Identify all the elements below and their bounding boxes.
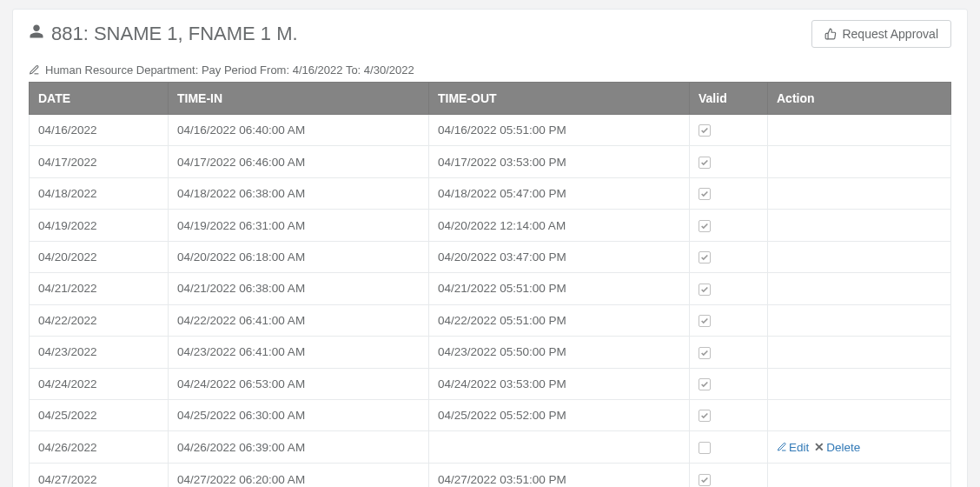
- table-row: 04/18/202204/18/2022 06:38:00 AM04/18/20…: [30, 177, 951, 209]
- cell-time-in: 04/23/2022 06:41:00 AM: [169, 337, 429, 368]
- table-row: 04/27/202204/27/2022 06:20:00 AM04/27/20…: [30, 464, 951, 487]
- cell-time-in: 04/22/2022 06:41:00 AM: [169, 304, 429, 336]
- valid-checkbox: [699, 157, 711, 169]
- edit-link[interactable]: Edit: [789, 441, 809, 454]
- table-row: 04/17/202204/17/2022 06:46:00 AM04/17/20…: [30, 146, 951, 177]
- cell-valid: [690, 210, 768, 241]
- cell-date: 04/21/2022: [30, 273, 169, 304]
- cell-date: 04/19/2022: [30, 210, 169, 241]
- employee-title: 881: SNAME 1, FNAME 1 M.: [29, 23, 298, 45]
- table-row: 04/19/202204/19/2022 06:31:00 AM04/20/20…: [30, 210, 951, 241]
- table-row: 04/16/202204/16/2022 06:40:00 AM04/16/20…: [30, 115, 951, 146]
- cell-time-in: 04/20/2022 06:18:00 AM: [169, 241, 429, 272]
- cell-time-out: [429, 431, 690, 464]
- cell-time-out: 04/22/2022 05:51:00 PM: [429, 304, 690, 336]
- cell-time-in: 04/16/2022 06:40:00 AM: [169, 115, 429, 146]
- table-row: 04/26/202204/26/2022 06:39:00 AMEdit✕Del…: [30, 431, 951, 464]
- valid-checkbox: [699, 378, 711, 390]
- col-header-time-out: TIME-OUT: [429, 83, 690, 115]
- cell-action: [768, 146, 951, 177]
- cell-time-out: 04/16/2022 05:51:00 PM: [429, 115, 690, 146]
- cell-valid: [690, 464, 768, 487]
- cell-action: [768, 464, 951, 487]
- thumbs-up-icon: [824, 28, 837, 40]
- cell-time-out: 04/18/2022 05:47:00 PM: [429, 177, 690, 209]
- cell-date: 04/18/2022: [30, 177, 169, 209]
- cell-date: 04/25/2022: [30, 399, 169, 430]
- cell-valid: [690, 177, 768, 209]
- cell-time-out: 04/25/2022 05:52:00 PM: [429, 399, 690, 430]
- edit-icon: [777, 442, 787, 452]
- cell-action: [768, 368, 951, 399]
- table-row: 04/25/202204/25/2022 06:30:00 AM04/25/20…: [30, 399, 951, 430]
- cell-time-in: 04/19/2022 06:31:00 AM: [169, 210, 429, 241]
- cell-date: 04/16/2022: [30, 115, 169, 146]
- cell-time-out: 04/17/2022 03:53:00 PM: [429, 146, 690, 177]
- cell-time-in: 04/18/2022 06:38:00 AM: [169, 177, 429, 209]
- cell-time-in: 04/26/2022 06:39:00 AM: [169, 431, 429, 464]
- cell-valid: [690, 399, 768, 430]
- cell-action: [768, 273, 951, 304]
- cell-valid: [690, 337, 768, 368]
- cell-date: 04/22/2022: [30, 304, 169, 336]
- table-row: 04/22/202204/22/2022 06:41:00 AM04/22/20…: [30, 304, 951, 336]
- cell-action: [768, 177, 951, 209]
- cell-time-out: 04/27/2022 03:51:00 PM: [429, 464, 690, 487]
- table-row: 04/24/202204/24/2022 06:53:00 AM04/24/20…: [30, 368, 951, 399]
- col-header-valid: Valid: [690, 83, 768, 115]
- cell-valid: [690, 304, 768, 336]
- cell-action: [768, 304, 951, 336]
- col-header-time-in: TIME-IN: [169, 83, 429, 115]
- caption-text: Human Resource Department: Pay Period Fr…: [45, 63, 414, 77]
- table-row: 04/21/202204/21/2022 06:38:00 AM04/21/20…: [30, 273, 951, 304]
- cell-time-out: 04/24/2022 03:53:00 PM: [429, 368, 690, 399]
- valid-checkbox: [699, 442, 711, 454]
- panel-header: 881: SNAME 1, FNAME 1 M. Request Approva…: [13, 10, 967, 58]
- timesheet-table: DATE TIME-IN TIME-OUT Valid Action 04/16…: [29, 82, 951, 487]
- cell-time-out: 04/20/2022 12:14:00 AM: [429, 210, 690, 241]
- cell-action: Edit✕Delete: [768, 431, 951, 464]
- caption-line: Human Resource Department: Pay Period Fr…: [29, 63, 951, 77]
- cell-date: 04/24/2022: [30, 368, 169, 399]
- valid-checkbox: [699, 315, 711, 327]
- employee-title-text: 881: SNAME 1, FNAME 1 M.: [51, 23, 298, 45]
- cell-time-in: 04/17/2022 06:46:00 AM: [169, 146, 429, 177]
- cell-valid: [690, 115, 768, 146]
- cell-time-out: 04/20/2022 03:47:00 PM: [429, 241, 690, 272]
- valid-checkbox: [699, 188, 711, 200]
- cell-valid: [690, 241, 768, 272]
- valid-checkbox: [699, 220, 711, 232]
- request-approval-label: Request Approval: [842, 27, 938, 41]
- cell-time-in: 04/24/2022 06:53:00 AM: [169, 368, 429, 399]
- valid-checkbox: [699, 251, 711, 264]
- valid-checkbox: [699, 410, 711, 422]
- cell-date: 04/20/2022: [30, 241, 169, 272]
- edit-icon: [29, 64, 40, 76]
- cell-action: [768, 337, 951, 368]
- valid-checkbox: [699, 347, 711, 359]
- cell-action: [768, 241, 951, 272]
- request-approval-button[interactable]: Request Approval: [811, 20, 951, 48]
- table-row: 04/20/202204/20/2022 06:18:00 AM04/20/20…: [30, 241, 951, 272]
- cell-time-in: 04/27/2022 06:20:00 AM: [169, 464, 429, 487]
- panel-body: Human Resource Department: Pay Period Fr…: [13, 58, 967, 487]
- col-header-action: Action: [768, 83, 951, 115]
- cell-time-out: 04/23/2022 05:50:00 PM: [429, 337, 690, 368]
- cell-date: 04/17/2022: [30, 146, 169, 177]
- cell-time-out: 04/21/2022 05:51:00 PM: [429, 273, 690, 304]
- cell-valid: [690, 146, 768, 177]
- cell-date: 04/26/2022: [30, 431, 169, 464]
- cell-action: [768, 210, 951, 241]
- valid-checkbox: [699, 284, 711, 296]
- col-header-date: DATE: [30, 83, 169, 115]
- table-body: 04/16/202204/16/2022 06:40:00 AM04/16/20…: [30, 115, 951, 488]
- cell-date: 04/27/2022: [30, 464, 169, 487]
- cell-time-in: 04/25/2022 06:30:00 AM: [169, 399, 429, 430]
- cell-date: 04/23/2022: [30, 337, 169, 368]
- close-icon: ✕: [814, 441, 824, 454]
- delete-link[interactable]: Delete: [826, 441, 860, 454]
- valid-checkbox: [699, 124, 711, 137]
- table-header-row: DATE TIME-IN TIME-OUT Valid Action: [30, 83, 951, 115]
- table-row: 04/23/202204/23/2022 06:41:00 AM04/23/20…: [30, 337, 951, 368]
- cell-valid: [690, 431, 768, 464]
